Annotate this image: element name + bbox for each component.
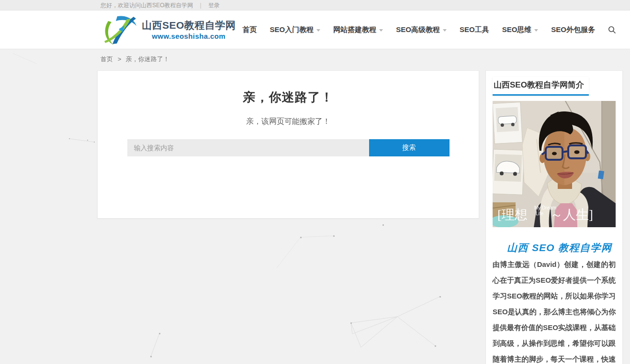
error-card: 亲，你迷路了！ 亲，该网页可能搬家了！ 搜索 <box>97 70 479 219</box>
breadcrumb-separator: > <box>118 55 122 63</box>
error-message: 亲，该网页可能搬家了！ <box>98 117 479 127</box>
blogger-photo: [理想 My Dream Life ～人生] <box>493 101 616 227</box>
nav-item-seo-advanced[interactable]: SEO高级教程 <box>396 25 447 34</box>
chevron-down-icon <box>379 29 383 32</box>
logo-text: 山西SEO教程自学网 www.seoshisha.com <box>142 19 236 41</box>
logo-url: www.seoshisha.com <box>142 32 236 41</box>
blogger-photo-illustration: [理想 My Dream Life ～人生] <box>493 101 616 227</box>
breadcrumb: 首页 > 亲，你迷路了！ <box>0 49 630 70</box>
main-nav: 首页 SEO入门教程 网站搭建教程 SEO高级教程 SEO工具 SEO思维 SE… <box>243 25 616 34</box>
site-logo[interactable]: 山西SEO教程自学网 www.seoshisha.com <box>103 15 236 45</box>
logo-globe-icon <box>103 15 137 45</box>
nav-search-button[interactable] <box>608 26 616 34</box>
intro-paragraph: 山西 SEO 教程自学网由博主傲远（David）创建，创建的初心在于真正为SEO… <box>493 240 616 364</box>
nav-item-seo-thinking[interactable]: SEO思维 <box>502 25 539 34</box>
photo-caption-small-2: Life <box>536 211 544 216</box>
photo-caption-right: ～人生] <box>550 208 593 222</box>
site-header: 山西SEO教程自学网 www.seoshisha.com 首页 SEO入门教程 … <box>0 11 630 49</box>
search-icon <box>608 26 616 34</box>
search-form: 搜索 <box>127 139 450 156</box>
topbar-divider: ｜ <box>198 1 203 10</box>
photo-caption-left: [理想 <box>497 208 528 222</box>
breadcrumb-home-link[interactable]: 首页 <box>101 55 113 63</box>
search-input[interactable] <box>127 139 369 156</box>
nav-item-home[interactable]: 首页 <box>243 25 257 34</box>
chevron-down-icon <box>534 29 538 32</box>
logo-title: 山西SEO教程自学网 <box>142 19 236 32</box>
widget-title: 山西SEO教程自学网简介 <box>493 77 589 96</box>
sidebar-intro-widget: 山西SEO教程自学网简介 <box>485 70 623 364</box>
welcome-text: 您好，欢迎访问山西SEO教程自学网 <box>101 1 193 10</box>
chevron-down-icon <box>443 29 447 32</box>
error-title: 亲，你迷路了！ <box>98 89 479 106</box>
search-submit-button[interactable]: 搜索 <box>369 139 450 156</box>
nav-item-seo-beginner[interactable]: SEO入门教程 <box>270 25 321 34</box>
intro-site-title: 山西 SEO 教程自学网 <box>507 242 612 253</box>
nav-item-site-building[interactable]: 网站搭建教程 <box>333 25 383 34</box>
login-link[interactable]: 登录 <box>208 1 220 10</box>
intro-text: 由博主傲远（David）创建，创建的初心在于真正为SEO爱好者提供一个系统学习S… <box>493 260 616 364</box>
nav-item-seo-outsourcing[interactable]: SEO外包服务 <box>551 25 595 34</box>
chevron-down-icon <box>316 29 320 32</box>
nav-item-seo-tools[interactable]: SEO工具 <box>460 25 489 34</box>
breadcrumb-current: 亲，你迷路了！ <box>126 55 169 63</box>
topbar: 您好，欢迎访问山西SEO教程自学网 ｜ 登录 <box>0 0 630 11</box>
